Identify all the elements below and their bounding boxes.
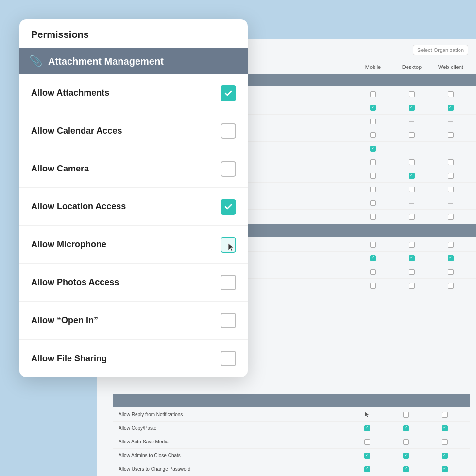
bottom-row-label: Allow Users to Change Password — [119, 466, 348, 472]
webclient-checkbox[interactable] — [448, 159, 454, 165]
desktop-checkbox-checked[interactable] — [403, 453, 409, 459]
mobile-checkbox[interactable] — [370, 173, 376, 179]
webclient-checkbox[interactable] — [442, 412, 448, 418]
mobile-checkbox[interactable] — [370, 283, 376, 289]
desktop-checkbox[interactable] — [409, 269, 415, 275]
webclient-checkbox[interactable] — [442, 439, 448, 445]
webclient-checkbox-checked[interactable] — [442, 453, 448, 459]
desktop-checkbox[interactable] — [409, 91, 415, 97]
webclient-checkbox[interactable] — [448, 187, 454, 192]
mobile-checkbox[interactable] — [370, 159, 376, 165]
mobile-cell — [348, 411, 387, 419]
bottom-row: Allow Auto-Save Media — [113, 435, 470, 449]
checkbox-allow-location[interactable] — [221, 199, 236, 215]
webclient-cell: — — [431, 119, 470, 124]
bottom-row-label: Allow Reply from Notifications — [119, 412, 348, 417]
dash: — — [448, 200, 453, 205]
webclient-checkbox[interactable] — [448, 283, 454, 289]
webclient-checkbox[interactable] — [448, 91, 454, 97]
mobile-checkbox-checked[interactable] — [370, 255, 376, 261]
webclient-checkbox[interactable] — [448, 214, 454, 220]
desktop-checkbox-checked[interactable] — [403, 466, 409, 472]
webclient-checkbox-checked[interactable] — [448, 255, 454, 261]
dash: — — [448, 146, 453, 151]
mobile-cell — [354, 132, 392, 138]
dash: — — [409, 200, 414, 205]
desktop-checkbox-checked[interactable] — [403, 425, 409, 431]
mobile-checkbox[interactable] — [370, 242, 376, 248]
desktop-checkbox-checked[interactable] — [409, 105, 415, 111]
mobile-checkbox-checked[interactable] — [370, 105, 376, 111]
desktop-cell: — — [392, 146, 431, 151]
webclient-cell — [431, 255, 470, 261]
mobile-checkbox[interactable] — [370, 269, 376, 275]
select-org-dropdown[interactable]: Select Organization — [413, 45, 468, 55]
desktop-cell — [392, 105, 431, 111]
bottom-row: Allow Users to Change Password — [113, 462, 470, 476]
mobile-checkbox[interactable] — [370, 91, 376, 97]
checkbox-allow-open-in[interactable] — [221, 313, 236, 328]
webclient-checkbox[interactable] — [448, 269, 454, 275]
checkbox-allow-calendar[interactable] — [221, 123, 236, 139]
mobile-checkbox[interactable] — [370, 132, 376, 138]
desktop-checkbox[interactable] — [409, 242, 415, 248]
mobile-checkbox-checked[interactable] — [364, 466, 370, 472]
mobile-cell — [354, 269, 392, 275]
desktop-checkbox[interactable] — [409, 283, 415, 289]
mobile-checkbox[interactable] — [370, 119, 376, 124]
bottom-row: Allow Reply from Notifications — [113, 408, 470, 422]
mobile-checkbox-checked[interactable] — [364, 425, 370, 431]
mobile-cell — [348, 425, 387, 431]
bottom-table: Allow Reply from Notifications Allow Cop… — [107, 393, 476, 476]
mobile-cell — [354, 146, 392, 152]
checkbox-allow-photos[interactable] — [221, 275, 236, 290]
webclient-cell — [431, 283, 470, 289]
desktop-checkbox[interactable] — [409, 159, 415, 165]
permission-row-attachments: Allow Attachments — [19, 74, 248, 112]
desktop-cell — [392, 187, 431, 192]
mobile-checkbox[interactable] — [370, 187, 376, 192]
webclient-checkbox-checked[interactable] — [442, 425, 448, 431]
mobile-checkbox[interactable] — [370, 214, 376, 220]
desktop-cell — [387, 453, 425, 459]
permission-label-attachments: Allow Attachments — [31, 88, 109, 98]
permission-label-camera: Allow Camera — [31, 164, 89, 174]
desktop-cell — [392, 132, 431, 138]
permissions-card: Permissions 📎 Attachment Management Allo… — [19, 19, 248, 377]
desktop-checkbox[interactable] — [409, 187, 415, 192]
webclient-checkbox-checked[interactable] — [448, 105, 454, 111]
webclient-cell — [431, 173, 470, 179]
mobile-checkbox-checked[interactable] — [370, 146, 376, 152]
desktop-checkbox[interactable] — [409, 214, 415, 220]
mobile-checkbox[interactable] — [364, 439, 370, 445]
desktop-checkbox[interactable] — [409, 132, 415, 138]
desktop-checkbox[interactable] — [403, 439, 409, 445]
checkbox-allow-file-sharing[interactable] — [221, 351, 236, 366]
cursor-pointer-icon — [226, 242, 237, 253]
checkbox-allow-camera[interactable] — [221, 161, 236, 177]
permission-row-microphone: Allow Microphone — [19, 226, 248, 264]
card-title: Permissions — [19, 19, 248, 48]
permission-row-file-sharing: Allow File Sharing — [19, 340, 248, 377]
mobile-cell — [354, 173, 392, 179]
mobile-cell — [348, 453, 387, 459]
webclient-checkbox-checked[interactable] — [442, 466, 448, 472]
mobile-cell — [348, 466, 387, 472]
attachment-icon: 📎 — [29, 55, 42, 68]
desktop-checkbox-checked[interactable] — [409, 255, 415, 261]
mobile-checkbox-checked[interactable] — [364, 453, 370, 459]
webclient-checkbox[interactable] — [448, 242, 454, 248]
desktop-cell — [387, 425, 425, 431]
webclient-checkbox[interactable] — [448, 132, 454, 138]
permission-row-camera: Allow Camera — [19, 150, 248, 188]
permission-label-photos: Allow Photos Access — [31, 277, 119, 288]
mobile-cell — [348, 439, 387, 445]
permission-label-microphone: Allow Microphone — [31, 239, 106, 250]
webclient-checkbox[interactable] — [448, 173, 454, 179]
desktop-checkbox[interactable] — [403, 412, 409, 418]
mobile-checkbox[interactable] — [370, 200, 376, 206]
desktop-cell — [392, 159, 431, 165]
checkbox-allow-attachments[interactable] — [221, 85, 236, 101]
desktop-checkbox-checked[interactable] — [409, 173, 415, 179]
checkbox-allow-microphone[interactable] — [221, 237, 236, 253]
